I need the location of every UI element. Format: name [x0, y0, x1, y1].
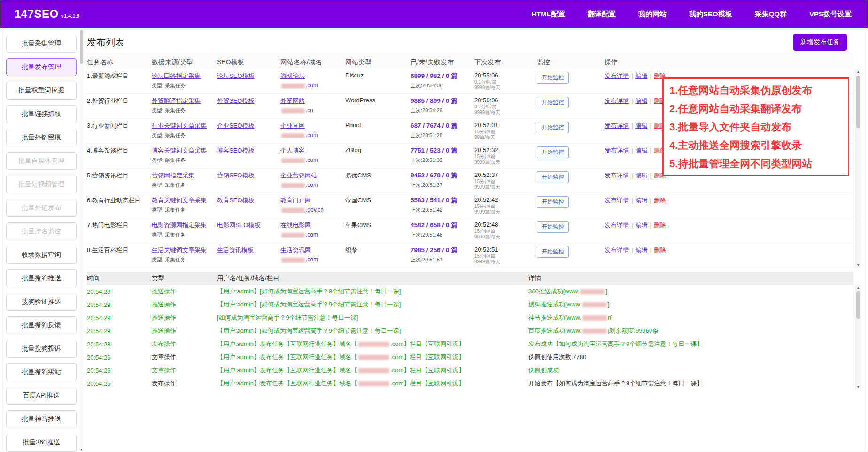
- seo-template-link[interactable]: 教育SEO模板: [217, 196, 254, 205]
- last-publish-time: 上次:20:51:42: [411, 207, 471, 214]
- seo-template-link[interactable]: 企业SEO模板: [217, 122, 254, 130]
- source-link[interactable]: 论坛回答指定采集: [152, 72, 201, 80]
- edit-link[interactable]: 编辑: [635, 147, 647, 154]
- start-monitor-button[interactable]: 开始监控: [537, 146, 569, 158]
- sidebar-item-12[interactable]: 批量搜狗反馈: [6, 316, 77, 334]
- sidebar-item-0[interactable]: 批量采集管理: [6, 35, 77, 53]
- source-link[interactable]: 生活关键词文章采集: [152, 246, 207, 254]
- start-monitor-button[interactable]: 开始监控: [537, 196, 569, 208]
- sidebar-item-15[interactable]: 百度API推送: [6, 387, 77, 405]
- seo-template-link[interactable]: 营销SEO模板: [217, 171, 254, 180]
- table-scroll-down-icon[interactable]: ▼: [855, 262, 861, 268]
- start-monitor-button[interactable]: 开始监控: [537, 171, 569, 183]
- sidebar-item-4[interactable]: 批量外链留痕: [6, 129, 77, 146]
- site-name-link[interactable]: 教育门户网: [280, 196, 311, 205]
- sidebar-scrollbar-thumb[interactable]: [80, 30, 83, 64]
- sidebar-item-16[interactable]: 批量神马推送: [6, 410, 77, 428]
- sidebar-item-13[interactable]: 批量搜狗投诉: [6, 340, 77, 358]
- edit-link[interactable]: 编辑: [635, 172, 647, 179]
- nav-item-1[interactable]: 翻译配置: [588, 10, 616, 19]
- seo-template-link[interactable]: 电影网SEO模板: [217, 221, 260, 230]
- log-row: 20:54:26 文章操作 【用户:admin】发布任务【互联网行业任务】域名【…: [87, 351, 853, 364]
- log-scrollbar-thumb[interactable]: [856, 291, 860, 319]
- sidebar-item-17[interactable]: 批量360推送: [6, 434, 77, 452]
- log-detail: 伪原创成功: [528, 366, 853, 375]
- publish-detail-link[interactable]: 发布详情: [604, 72, 629, 79]
- log-row: 20:54:26 文章操作 【用户:admin】发布任务【互联网行业任务】域名【…: [87, 364, 853, 377]
- table-scrollbar-thumb[interactable]: [856, 76, 860, 128]
- edit-link[interactable]: 编辑: [635, 246, 647, 253]
- nav-item-4[interactable]: 采集QQ群: [755, 10, 787, 19]
- sidebar-scroll-down-icon[interactable]: ▼: [79, 448, 84, 451]
- sidebar-item-14[interactable]: 批量搜狗绑站: [6, 363, 77, 381]
- publish-detail-link[interactable]: 发布详情: [604, 246, 629, 253]
- source-link[interactable]: 电影资源网指定采集: [152, 221, 207, 230]
- seo-template-link[interactable]: 博客SEO模板: [217, 146, 254, 155]
- start-monitor-button[interactable]: 开始监控: [537, 221, 569, 233]
- log-detail: 360推送成功[www.]: [528, 287, 853, 296]
- start-monitor-button[interactable]: 开始监控: [537, 246, 569, 258]
- publish-detail-link[interactable]: 发布详情: [604, 147, 629, 154]
- last-publish-time: 上次:20:51:51: [411, 256, 471, 263]
- publish-detail-link[interactable]: 发布详情: [604, 97, 629, 104]
- log-row: 20:54:29 推送操作 【用户:admin】[如何成为淘宝运营高手？9个细节…: [87, 285, 853, 298]
- delete-link[interactable]: 删除: [654, 197, 666, 204]
- log-scroll-up-icon[interactable]: ▲: [855, 285, 861, 291]
- source-link[interactable]: 教育关键词文章采集: [152, 196, 207, 205]
- source-link[interactable]: 行业关键词文章采集: [152, 122, 207, 130]
- seo-template-link[interactable]: 外贸SEO模板: [217, 97, 254, 105]
- daily-limit: 9999篇/每天: [474, 160, 533, 165]
- site-name-link[interactable]: 外贸网站: [280, 97, 305, 105]
- sidebar-item-11[interactable]: 搜狗验证推送: [6, 293, 77, 311]
- site-name-link[interactable]: 游戏论坛: [280, 72, 305, 80]
- edit-link[interactable]: 编辑: [635, 222, 647, 229]
- publish-detail-link[interactable]: 发布详情: [604, 197, 629, 204]
- nav-item-0[interactable]: HTML配置: [531, 10, 565, 19]
- sidebar-item-9[interactable]: 收录数据查询: [6, 246, 77, 264]
- delete-link[interactable]: 删除: [654, 222, 666, 229]
- sidebar-item-2[interactable]: 批量权重词挖掘: [6, 82, 77, 100]
- nav-item-3[interactable]: 我的SEO模板: [689, 10, 732, 19]
- new-publish-task-button[interactable]: 新增发布任务: [793, 34, 847, 51]
- start-monitor-button[interactable]: 开始监控: [537, 97, 569, 108]
- source-link[interactable]: 外贸翻译指定采集: [152, 97, 201, 105]
- nav-item-5[interactable]: VPS拨号设置: [809, 10, 852, 19]
- edit-link[interactable]: 编辑: [635, 122, 647, 129]
- log-detail: 开始发布【如何成为淘宝运营高手？9个细节需注意！每日一课】: [528, 379, 853, 388]
- publish-frequency: 15分钟/篇: [474, 179, 533, 184]
- site-name-link[interactable]: 个人博客: [280, 146, 305, 155]
- seo-template-link[interactable]: 论坛SEO模板: [217, 72, 254, 80]
- annotation-line: 2.任意网站自动采集翻译发布: [669, 100, 842, 118]
- edit-link[interactable]: 编辑: [635, 97, 647, 104]
- table-scrollbar[interactable]: ▲ ▼: [855, 69, 861, 268]
- daily-limit: 88篇/每天: [474, 135, 533, 140]
- site-name-link[interactable]: 企业营销网站: [280, 171, 317, 180]
- publish-detail-link[interactable]: 发布详情: [604, 172, 629, 179]
- start-monitor-button[interactable]: 开始监控: [537, 72, 569, 84]
- next-publish-time: 20:52:48: [474, 221, 533, 228]
- last-publish-time: 上次:20:51:32: [411, 157, 471, 164]
- publish-detail-link[interactable]: 发布详情: [604, 122, 629, 129]
- seo-template-link[interactable]: 生活资讯模板: [217, 246, 254, 254]
- sidebar-item-10[interactable]: 批量搜狗推送: [6, 269, 77, 287]
- sidebar-scrollbar[interactable]: ▼: [79, 29, 84, 452]
- site-name-link[interactable]: 企业官网: [280, 122, 305, 130]
- site-name-link[interactable]: 在线电影网: [280, 221, 311, 230]
- start-monitor-button[interactable]: 开始监控: [537, 122, 569, 133]
- log-scroll-down-icon[interactable]: ▼: [855, 384, 861, 390]
- site-name-link[interactable]: 生活资讯网: [280, 246, 311, 254]
- publish-detail-link[interactable]: 发布详情: [604, 222, 629, 229]
- source-link[interactable]: 博客关键词文章采集: [152, 146, 207, 155]
- edit-link[interactable]: 编辑: [635, 72, 647, 79]
- page-title: 发布列表: [87, 36, 124, 49]
- delete-link[interactable]: 删除: [654, 246, 666, 253]
- nav-item-2[interactable]: 我的网站: [638, 10, 666, 19]
- redacted-text: [358, 342, 389, 347]
- edit-link[interactable]: 编辑: [635, 197, 647, 204]
- table-scroll-up-icon[interactable]: ▲: [855, 69, 861, 75]
- source-link[interactable]: 营销网指定采集: [152, 171, 194, 180]
- sidebar-item-3[interactable]: 批量链接抓取: [6, 105, 77, 123]
- log-type: 文章操作: [152, 353, 217, 361]
- sidebar-item-1[interactable]: 批量发布管理: [6, 58, 77, 76]
- log-scrollbar[interactable]: ▲ ▼: [855, 285, 861, 390]
